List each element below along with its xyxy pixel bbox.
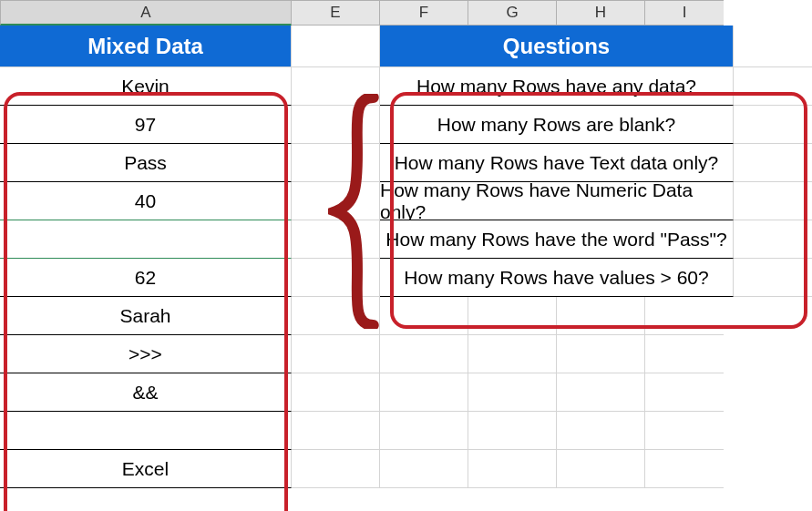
- question-cell[interactable]: How many Rows have values > 60?: [380, 259, 734, 297]
- mixed-data-cell[interactable]: &&: [0, 373, 292, 412]
- col-header-A[interactable]: A: [0, 0, 292, 26]
- cell-empty[interactable]: [557, 335, 645, 373]
- table-row: How many Rows have the word "Pass"?: [0, 220, 812, 259]
- question-cell[interactable]: How many Rows have Numeric Data only?: [380, 182, 734, 220]
- question-cell[interactable]: How many Rows have any data?: [380, 67, 734, 106]
- mixed-data-cell[interactable]: Sarah: [0, 297, 292, 335]
- column-headers: A E F G H I: [0, 0, 812, 26]
- mixed-data-cell[interactable]: Pass: [0, 144, 292, 182]
- cell-empty[interactable]: [380, 373, 468, 412]
- mixed-data-cell[interactable]: 62: [0, 259, 292, 297]
- cell-empty[interactable]: [734, 182, 812, 220]
- col-header-I[interactable]: I: [645, 0, 724, 26]
- spreadsheet-grid: Mixed Data Questions Kevin How many Rows…: [0, 26, 812, 511]
- question-cell[interactable]: How many Rows have Text data only?: [380, 144, 734, 182]
- table-row: Pass How many Rows have Text data only?: [0, 144, 812, 182]
- cell-empty[interactable]: [292, 67, 380, 106]
- cell-empty[interactable]: [292, 26, 380, 67]
- table-row: Sarah: [0, 297, 812, 335]
- mixed-data-header[interactable]: Mixed Data: [0, 26, 292, 67]
- table-row: >>>: [0, 335, 812, 373]
- mixed-data-cell[interactable]: >>>: [0, 335, 292, 373]
- cell-empty[interactable]: [734, 220, 812, 259]
- cell-empty[interactable]: [734, 259, 812, 297]
- col-header-E[interactable]: E: [292, 0, 380, 26]
- cell-empty[interactable]: [292, 259, 380, 297]
- table-row: Mixed Data Questions: [0, 26, 812, 67]
- mixed-data-cell[interactable]: Kevin: [0, 67, 292, 106]
- col-header-G[interactable]: G: [468, 0, 557, 26]
- cell-empty[interactable]: [292, 220, 380, 259]
- cell-empty[interactable]: [292, 450, 380, 488]
- mixed-data-cell[interactable]: 97: [0, 106, 292, 144]
- table-row: Kevin How many Rows have any data?: [0, 67, 812, 106]
- cell-empty[interactable]: [292, 335, 380, 373]
- cell-empty[interactable]: [645, 412, 724, 450]
- cell-empty[interactable]: [468, 297, 557, 335]
- cell-empty[interactable]: [645, 335, 724, 373]
- col-header-F[interactable]: F: [380, 0, 468, 26]
- cell-empty[interactable]: [645, 450, 724, 488]
- cell-empty[interactable]: [557, 297, 645, 335]
- table-row: &&: [0, 373, 812, 412]
- cell-empty[interactable]: [292, 373, 380, 412]
- cell-empty[interactable]: [734, 26, 812, 67]
- cell-empty[interactable]: [734, 106, 812, 144]
- table-row: 62 How many Rows have values > 60?: [0, 259, 812, 297]
- mixed-data-cell[interactable]: [0, 220, 292, 259]
- cell-empty[interactable]: [734, 144, 812, 182]
- cell-empty[interactable]: [292, 144, 380, 182]
- table-row: 97 How many Rows are blank?: [0, 106, 812, 144]
- cell-empty[interactable]: [468, 412, 557, 450]
- cell-empty[interactable]: [645, 297, 724, 335]
- cell-empty[interactable]: [292, 297, 380, 335]
- cell-empty[interactable]: [557, 450, 645, 488]
- cell-empty[interactable]: [292, 412, 380, 450]
- cell-empty[interactable]: [292, 182, 380, 220]
- table-row: Excel: [0, 450, 812, 488]
- mixed-data-cell[interactable]: Excel: [0, 450, 292, 488]
- cell-empty[interactable]: [557, 412, 645, 450]
- cell-empty[interactable]: [380, 335, 468, 373]
- table-row: 40 How many Rows have Numeric Data only?: [0, 182, 812, 220]
- questions-header[interactable]: Questions: [380, 26, 734, 67]
- cell-empty[interactable]: [380, 412, 468, 450]
- cell-empty[interactable]: [468, 373, 557, 412]
- cell-empty[interactable]: [645, 373, 724, 412]
- cell-empty[interactable]: [292, 106, 380, 144]
- mixed-data-cell[interactable]: [0, 412, 292, 450]
- col-header-H[interactable]: H: [557, 0, 645, 26]
- cell-empty[interactable]: [734, 67, 812, 106]
- cell-empty[interactable]: [380, 297, 468, 335]
- table-row: [0, 412, 812, 450]
- mixed-data-cell[interactable]: 40: [0, 182, 292, 220]
- question-cell[interactable]: How many Rows are blank?: [380, 106, 734, 144]
- cell-empty[interactable]: [468, 335, 557, 373]
- cell-empty[interactable]: [380, 450, 468, 488]
- cell-empty[interactable]: [468, 450, 557, 488]
- question-cell[interactable]: How many Rows have the word "Pass"?: [380, 220, 734, 259]
- cell-empty[interactable]: [557, 373, 645, 412]
